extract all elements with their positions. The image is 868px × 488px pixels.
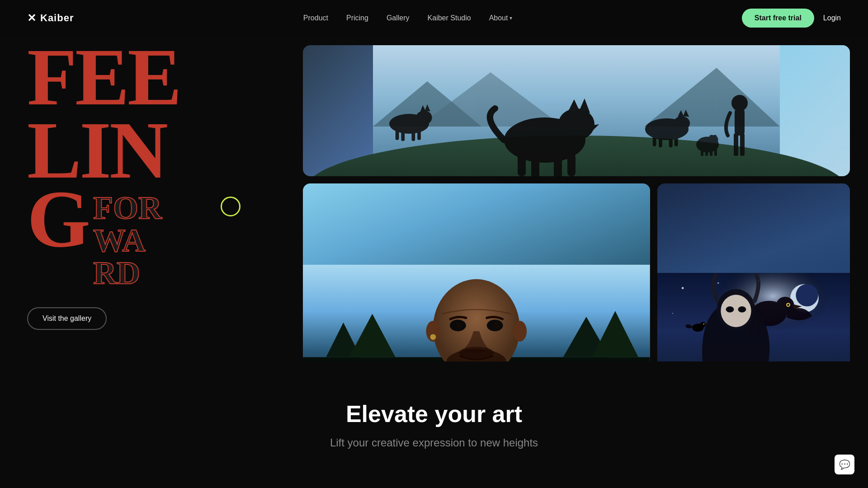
svg-rect-30 (669, 136, 673, 147)
svg-rect-20 (401, 130, 405, 141)
svg-point-38 (710, 135, 713, 139)
chat-icon[interactable]: 💬 (835, 455, 854, 474)
navbar: ✕ Kaiber Product Pricing Gallery Kaiber … (0, 0, 868, 36)
nav-actions: Start free trial Login (742, 9, 841, 28)
svg-rect-35 (740, 133, 745, 156)
svg-point-81 (738, 306, 746, 312)
svg-rect-22 (417, 130, 421, 140)
nav-about[interactable]: About ▾ (489, 14, 513, 22)
svg-point-66 (717, 282, 719, 284)
chevron-down-icon: ▾ (509, 15, 512, 21)
svg-rect-32 (735, 108, 745, 136)
svg-point-55 (493, 322, 499, 329)
svg-point-68 (672, 313, 673, 314)
svg-rect-12 (554, 154, 562, 176)
logo-icon: ✕ (27, 12, 37, 24)
svg-point-80 (726, 306, 734, 312)
svg-point-57 (459, 347, 494, 359)
bottom-section: Elevate your art Lift your creative expr… (0, 361, 868, 488)
hero-line3: G (27, 183, 89, 256)
svg-rect-21 (412, 130, 415, 141)
svg-point-75 (700, 322, 706, 328)
login-button[interactable]: Login (823, 14, 841, 22)
svg-rect-29 (659, 136, 662, 147)
svg-rect-31 (675, 136, 678, 146)
nav-gallery[interactable]: Gallery (387, 14, 410, 22)
hero-forward-text: FORWARD (93, 192, 162, 289)
svg-point-65 (681, 287, 683, 289)
wolves-scene-svg (303, 45, 850, 176)
svg-point-73 (787, 304, 789, 305)
svg-point-77 (703, 324, 704, 325)
hero-big-text: FEE LIN (27, 41, 267, 187)
svg-point-59 (513, 321, 527, 342)
svg-rect-43 (714, 149, 717, 156)
start-free-trial-button[interactable]: Start free trial (742, 9, 814, 28)
svg-rect-28 (653, 136, 656, 146)
svg-point-64 (796, 284, 818, 306)
svg-rect-11 (531, 154, 539, 176)
nav-links: Product Pricing Gallery Kaiber Studio Ab… (303, 14, 513, 22)
wolves-image (303, 45, 850, 176)
svg-rect-41 (705, 149, 708, 156)
logo[interactable]: ✕ Kaiber (27, 12, 74, 24)
cursor-indicator (221, 197, 241, 216)
elevate-subtitle: Lift your creative expression to new hei… (330, 436, 538, 449)
svg-rect-10 (518, 154, 526, 176)
logo-text: Kaiber (40, 12, 74, 24)
elevate-title: Elevate your art (346, 400, 522, 427)
svg-point-33 (731, 95, 748, 111)
nav-pricing[interactable]: Pricing (346, 14, 368, 22)
svg-point-79 (721, 295, 751, 327)
hero-line1: FEE (27, 41, 267, 114)
svg-rect-34 (734, 133, 738, 156)
svg-rect-42 (710, 149, 712, 156)
svg-rect-19 (396, 130, 399, 140)
svg-rect-40 (701, 149, 703, 156)
svg-point-39 (713, 135, 717, 139)
visit-gallery-button[interactable]: Visit the gallery (27, 307, 107, 330)
nav-product[interactable]: Product (303, 14, 328, 22)
svg-rect-13 (567, 154, 576, 176)
svg-point-54 (456, 322, 462, 329)
nav-kaiber-studio[interactable]: Kaiber Studio (428, 14, 471, 22)
svg-point-60 (430, 334, 436, 340)
